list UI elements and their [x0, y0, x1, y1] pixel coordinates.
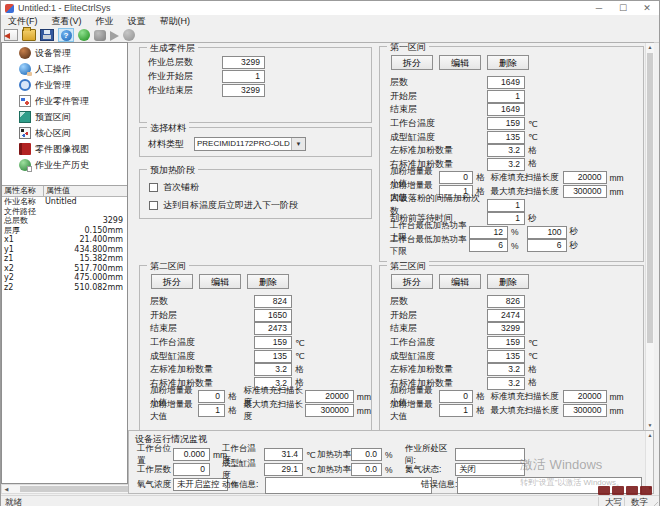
number-input[interactable]: 6	[527, 239, 567, 252]
number-input[interactable]: 2474	[487, 309, 525, 322]
scroll-up-icon[interactable]: ▲	[646, 431, 654, 440]
number-input[interactable]: 3299	[487, 322, 525, 335]
zone-button[interactable]: 拆分	[391, 274, 433, 289]
number-input[interactable]: 20000	[305, 390, 354, 403]
checkbox[interactable]	[149, 183, 158, 192]
property-row[interactable]: z2 510.082mm	[2, 283, 127, 293]
number-input[interactable]: 1649	[487, 103, 525, 116]
tree-item[interactable]: 零件图像视图	[2, 141, 127, 157]
hold-icon[interactable]	[94, 30, 106, 41]
number-input[interactable]: 2473	[254, 322, 292, 335]
property-row[interactable]: 文件路径	[2, 207, 127, 217]
exit-icon[interactable]	[4, 29, 18, 41]
readout-field: 29.1	[264, 463, 303, 476]
tree-item[interactable]: 人工操作	[2, 61, 127, 77]
tree-item[interactable]: 作业零件管理	[2, 93, 127, 109]
menu-item[interactable]: 作业	[89, 15, 121, 28]
stop-icon[interactable]	[123, 29, 135, 41]
chevron-down-icon[interactable]	[291, 138, 305, 150]
number-input[interactable]: 826	[487, 295, 525, 308]
number-input[interactable]: 0	[439, 171, 473, 184]
number-input[interactable]: 300000	[563, 404, 607, 417]
zone-button[interactable]: 删除	[487, 274, 529, 289]
number-input[interactable]: 0	[439, 390, 473, 403]
number-input[interactable]: 20000	[563, 390, 607, 403]
menu-item[interactable]: 设置	[121, 15, 153, 28]
number-input[interactable]: 100	[527, 226, 567, 239]
number-input[interactable]: 20000	[563, 171, 607, 184]
zone-button[interactable]: 删除	[487, 55, 529, 70]
zone-button[interactable]: 编辑	[439, 274, 481, 289]
tree-item[interactable]: 作业生产历史	[2, 157, 127, 173]
tree-item-label: 核心区间	[35, 127, 71, 140]
property-row[interactable]: x1 21.400mm	[2, 235, 127, 245]
material-type-select[interactable]: PRECIMID1172PRO-OLD	[194, 137, 306, 151]
tree-item[interactable]: 预置区间	[2, 109, 127, 125]
number-input[interactable]: 6	[469, 239, 508, 252]
resize-grip[interactable]	[649, 498, 658, 506]
zone-button[interactable]: 拆分	[391, 55, 433, 70]
close-button[interactable]: ✕	[635, 1, 659, 15]
checkbox[interactable]	[149, 201, 158, 210]
number-input[interactable]: 1	[487, 199, 525, 212]
save-icon[interactable]	[40, 29, 54, 41]
open-folder-icon[interactable]	[22, 29, 36, 41]
number-input[interactable]: 1650	[254, 309, 292, 322]
help-button-selected[interactable]	[58, 28, 74, 42]
number-input[interactable]: 3.2	[487, 363, 525, 376]
number-input[interactable]: 824	[254, 295, 292, 308]
number-input[interactable]: 159	[254, 336, 292, 349]
minimize-button[interactable]: ─	[587, 1, 611, 15]
property-row[interactable]: x2 517.700mm	[2, 264, 127, 274]
number-input[interactable]: 3.2	[487, 144, 525, 157]
zone-button[interactable]: 删除	[247, 274, 289, 289]
scroll-up-icon[interactable]: ▲	[646, 43, 654, 52]
property-row[interactable]: z1 15.382mm	[2, 254, 127, 264]
zone-button[interactable]: 拆分	[151, 274, 193, 289]
zone-button[interactable]: 编辑	[439, 55, 481, 70]
number-input[interactable]: 135	[254, 350, 292, 363]
menu-item[interactable]: 查看(V)	[45, 15, 89, 28]
menu-item[interactable]: 帮助(H)	[153, 15, 198, 28]
checkbox-row[interactable]: 首次铺粉	[140, 178, 371, 196]
number-input[interactable]: 12	[469, 226, 508, 239]
zone-field-row: 开始层 1	[380, 90, 643, 104]
number-input[interactable]: 3.2	[254, 363, 292, 376]
monitor-vertical-scrollbar[interactable]: ▲ ▼	[645, 431, 653, 493]
number-input[interactable]: 300000	[563, 185, 607, 198]
number-input[interactable]: 3.2	[487, 377, 525, 390]
number-input[interactable]: 1	[487, 212, 525, 225]
property-row[interactable]: 层厚 0.150mm	[2, 226, 127, 236]
tree-item[interactable]: 作业管理	[2, 77, 127, 93]
vertical-scroll-thumb[interactable]	[647, 53, 653, 343]
number-input[interactable]: 1	[222, 70, 265, 83]
scroll-down-icon[interactable]: ▼	[646, 421, 654, 430]
number-input[interactable]: 159	[487, 117, 525, 130]
number-input[interactable]: 159	[487, 336, 525, 349]
number-input[interactable]: 1	[198, 404, 225, 417]
number-input[interactable]: 300000	[305, 404, 354, 417]
vertical-scrollbar[interactable]: ▲ ▼	[645, 43, 654, 430]
tree-item[interactable]: 设备管理	[2, 45, 127, 61]
number-input[interactable]: 0	[198, 390, 225, 403]
property-row[interactable]: 作业名称 Untitled	[2, 197, 127, 207]
number-input[interactable]: 135	[487, 131, 525, 144]
property-row[interactable]: 总层数 3299	[2, 216, 127, 226]
number-input[interactable]: 1	[487, 90, 525, 103]
number-input[interactable]: 3299	[222, 84, 265, 97]
zone-button[interactable]: 编辑	[199, 274, 241, 289]
number-input[interactable]: 1	[439, 404, 473, 417]
step-forward-icon[interactable]	[110, 31, 119, 41]
number-input[interactable]: 3.2	[487, 158, 525, 171]
maximize-button[interactable]: ☐	[611, 1, 635, 15]
checkbox-row[interactable]: 达到目标温度后立即进入下一阶段	[140, 196, 371, 214]
number-input[interactable]: 135	[487, 350, 525, 363]
property-row[interactable]: y1 434.800mm	[2, 245, 127, 255]
property-name-header: 属性名称	[2, 186, 44, 196]
scroll-left-icon[interactable]: ◀	[2, 485, 11, 493]
tree-item[interactable]: 核心区间	[2, 125, 127, 141]
property-row[interactable]: y2 475.000mm	[2, 273, 127, 283]
number-input[interactable]: 3299	[222, 56, 265, 69]
start-icon[interactable]	[78, 29, 90, 41]
number-input[interactable]: 1649	[487, 76, 525, 89]
